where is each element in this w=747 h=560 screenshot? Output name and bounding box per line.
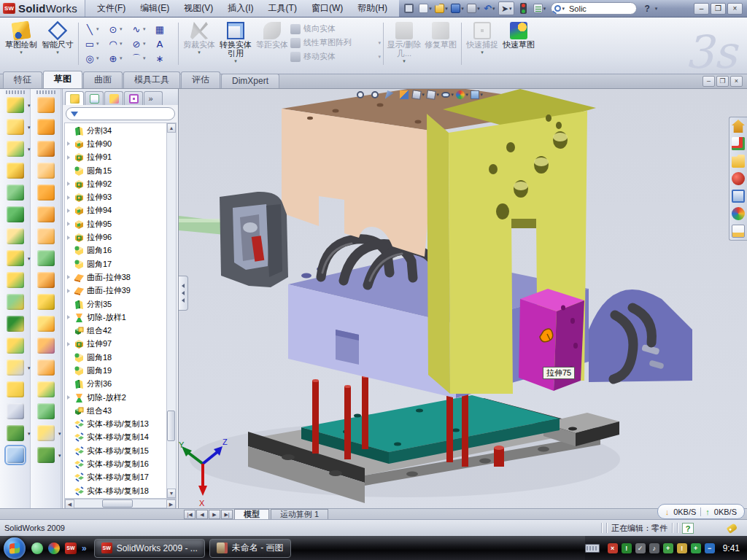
properties-icon[interactable] — [732, 225, 745, 238]
library-icon[interactable] — [732, 155, 745, 168]
view-orientation-icon[interactable]: ▾ — [412, 89, 425, 101]
surface-extend-icon[interactable] — [37, 359, 55, 376]
new-document-button[interactable]: ▾ — [418, 2, 433, 15]
surface-sweep-icon[interactable] — [37, 141, 55, 157]
messenger-icon[interactable] — [31, 542, 43, 554]
scene-icon[interactable]: ▾ — [471, 89, 483, 101]
dropdown-caret-icon[interactable]: ▾ — [20, 50, 23, 55]
pan-icon[interactable] — [383, 89, 395, 101]
dropdown-caret-icon[interactable]: ▾ — [28, 103, 31, 109]
network-warning-icon[interactable]: ! — [677, 543, 687, 553]
tree-item[interactable]: 圆角17 — [65, 257, 166, 271]
chevron-icon[interactable]: » — [82, 543, 87, 553]
circle-tool-icon[interactable]: ⊙▾ — [106, 23, 128, 36]
smart-dimension-button[interactable]: 智能尺寸 ▾ — [39, 20, 76, 68]
expand-arrow-icon[interactable] — [67, 236, 74, 240]
scroll-thumb[interactable] — [102, 499, 133, 508]
surface-trim-icon[interactable] — [37, 338, 55, 354]
keyboard-layout-icon[interactable] — [585, 544, 600, 553]
dropdown-caret-icon[interactable]: ▾ — [451, 92, 454, 98]
reference-point-icon[interactable]: ▾ — [7, 359, 24, 376]
expand-arrow-icon[interactable] — [67, 209, 74, 213]
plane-icon[interactable] — [7, 381, 24, 397]
expand-arrow-icon[interactable] — [67, 222, 74, 226]
dropdown-caret-icon[interactable]: ▾ — [28, 365, 31, 371]
dropdown-caret-icon[interactable]: ▾ — [234, 58, 237, 64]
surface-fill-icon[interactable] — [37, 250, 55, 266]
dropdown-caret-icon[interactable]: ▾ — [58, 453, 61, 459]
rectangle-tool-icon[interactable]: ▭▾ — [82, 38, 104, 50]
tree-item[interactable]: 拉伸92 — [65, 177, 166, 190]
tree-item[interactable]: 分割34 — [65, 124, 166, 137]
rapid-sketch-button[interactable]: 快速草图 — [500, 20, 537, 68]
sync-icon[interactable]: + — [663, 543, 673, 553]
tab-scroll-button-1[interactable]: ◀ — [196, 510, 208, 519]
tree-item[interactable]: 曲面-拉伸38 — [65, 271, 166, 284]
surface-point-icon[interactable]: ▾ — [37, 425, 55, 441]
surface-delete-icon[interactable] — [37, 294, 55, 310]
media-icon[interactable] — [48, 542, 60, 554]
rebuild-button[interactable] — [516, 2, 530, 15]
tree-item[interactable]: 拉伸94 — [65, 204, 166, 217]
tab-模具工具[interactable]: 模具工具 — [123, 71, 180, 88]
surface-extrude-icon[interactable] — [37, 97, 55, 113]
appearance-icon[interactable]: ▾ — [456, 89, 468, 101]
quick-snaps-button[interactable]: 快速捕捉 ▾ — [464, 20, 500, 68]
restore-button[interactable]: ❐ — [711, 3, 726, 15]
volume-icon[interactable]: ♪ — [649, 543, 659, 553]
taskbar-button[interactable]: SWSolidWorks 2009 - ... — [94, 539, 205, 558]
linear-pattern-button[interactable]: 线性草图阵列 ▾ — [290, 37, 381, 48]
extruded-boss-icon[interactable]: ▾ — [7, 97, 24, 113]
home-icon[interactable] — [732, 120, 745, 133]
wizard-hole-icon[interactable] — [7, 228, 24, 244]
point-tool-icon[interactable]: ∗ — [152, 52, 174, 65]
dropdown-caret-icon[interactable]: ▾ — [120, 55, 123, 61]
surface-mid-icon[interactable] — [37, 272, 55, 288]
polygon-tool-icon[interactable]: ⊕▾ — [106, 52, 128, 65]
tab-曲面[interactable]: 曲面 — [83, 71, 123, 88]
menu-item[interactable]: 编辑(E) — [133, 1, 177, 16]
tree-item[interactable]: 组合43 — [65, 404, 166, 417]
tab-model[interactable]: 模型 — [234, 509, 269, 519]
select-tool-button[interactable]: ➤▾ — [498, 1, 515, 15]
taskbar-button[interactable]: 未命名 - 画图 — [209, 539, 291, 558]
tree-item[interactable]: 组合42 — [65, 324, 166, 337]
tree-item[interactable]: 实体-移动/复制15 — [65, 444, 166, 457]
graphics-viewport[interactable]: Y Z X ▾▾▾▾▾ 拉伸75 ↓ 0KB/S ↑ 0KB/S — [179, 89, 747, 519]
panel-splitter-handle[interactable] — [179, 276, 188, 311]
tab-scroll-button-2[interactable]: ▶ — [209, 510, 220, 519]
menu-item[interactable]: 视图(V) — [177, 1, 220, 16]
spline-tool-icon[interactable]: ∿▾ — [129, 23, 151, 36]
dropdown-caret-icon[interactable]: ▾ — [143, 26, 146, 32]
dimxpertmanager-tab[interactable] — [124, 91, 143, 105]
configurationmanager-tab[interactable] — [104, 91, 123, 105]
tab-评估[interactable]: 评估 — [181, 71, 220, 88]
expand-arrow-icon[interactable] — [67, 342, 74, 346]
dropdown-caret-icon[interactable]: ▾ — [58, 431, 61, 437]
offset-entities-button[interactable]: 等距实体 — [254, 20, 290, 68]
open-button[interactable]: ▾ — [434, 2, 449, 15]
menu-item[interactable]: 工具(T) — [261, 1, 304, 16]
help-caret-icon[interactable]: ▾ — [655, 6, 658, 12]
undo-button[interactable]: ↶▾ — [482, 2, 497, 15]
tab-DimXpert[interactable]: DimXpert — [221, 74, 279, 88]
tree-filter-input[interactable] — [66, 107, 175, 120]
tree-item[interactable]: 实体-移动/复制14 — [65, 431, 166, 444]
line-tool-icon[interactable]: ╲▾ — [82, 23, 104, 36]
quick-tip-button[interactable]: ? — [682, 523, 694, 534]
tab-scroll-button-0[interactable]: |◀ — [184, 510, 196, 519]
dropdown-caret-icon[interactable]: ▾ — [120, 26, 123, 32]
dropdown-caret-icon[interactable]: ▾ — [28, 147, 31, 152]
solidworks-icon[interactable]: SW — [65, 542, 77, 554]
surface-knit-icon[interactable] — [37, 316, 55, 332]
scroll-down-button[interactable]: ▼ — [167, 489, 176, 498]
fillet-tool-icon[interactable]: ⌒▾ — [129, 52, 151, 65]
tree-item[interactable]: 圆角15 — [65, 164, 166, 177]
toolbar-drag-handle[interactable] — [6, 90, 25, 94]
dropdown-caret-icon[interactable]: ▾ — [56, 50, 59, 55]
print-button[interactable]: ▾ — [466, 2, 481, 15]
tree-vertical-scrollbar[interactable]: ▲ ▼ — [166, 123, 176, 498]
tag-icon[interactable] — [727, 523, 738, 534]
tree-item[interactable]: 分割36 — [65, 378, 166, 391]
tree-item[interactable]: 实体-移动/复制17 — [65, 471, 166, 484]
